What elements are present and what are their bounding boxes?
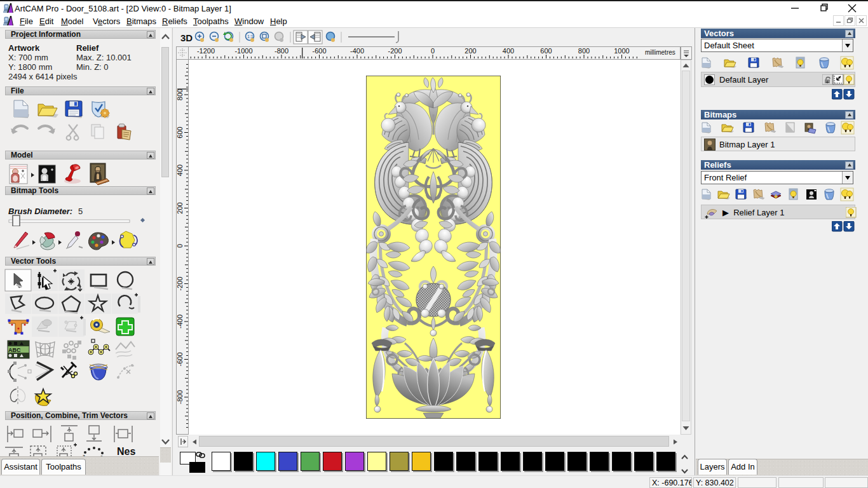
svg-text:-600: -600 [177,352,184,366]
svg-text:400: 400 [177,165,184,176]
svg-text:1:1: 1:1 [247,34,254,39]
svg-text:ABC: ABC [8,347,21,353]
svg-text:millimetres: millimetres [645,49,675,56]
svg-text:1000: 1000 [614,47,629,55]
svg-text:-400: -400 [177,315,184,329]
svg-text:-1200: -1200 [197,47,215,55]
svg-text:200: 200 [465,47,476,55]
svg-text:-400: -400 [350,47,364,55]
svg-text:600: 600 [177,126,184,138]
svg-text:800: 800 [177,89,184,100]
svg-text:-600: -600 [312,47,326,55]
svg-text:200: 200 [177,202,184,214]
svg-text:0: 0 [177,244,184,248]
svg-text:-200: -200 [388,47,402,55]
svg-text:-1000: -1000 [234,47,252,55]
svg-text:-200: -200 [177,276,184,290]
svg-text:0: 0 [431,47,435,55]
svg-text:600: 600 [540,47,552,55]
svg-text:400: 400 [503,47,514,55]
svg-text:800: 800 [578,47,590,55]
svg-text:-800: -800 [177,390,184,404]
svg-text:-800: -800 [275,47,288,55]
